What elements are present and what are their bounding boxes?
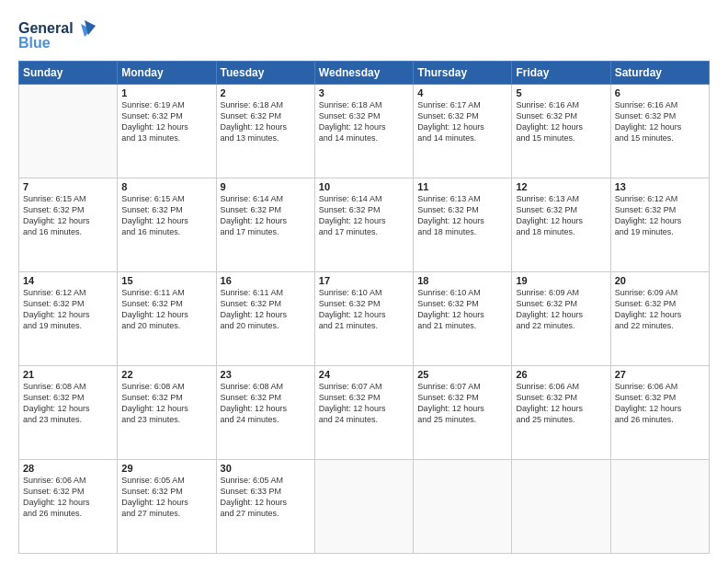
day-number: 7 [23,181,113,192]
day-number: 16 [221,275,311,286]
day-info: Sunrise: 6:05 AM Sunset: 6:32 PM Dayligh… [121,475,211,520]
day-number: 21 [23,369,113,380]
day-info: Sunrise: 6:14 AM Sunset: 6:32 PM Dayligh… [319,193,409,238]
day-number: 29 [121,463,211,474]
day-info: Sunrise: 6:10 AM Sunset: 6:32 PM Dayligh… [319,287,409,332]
day-number: 30 [221,463,311,474]
weekday-header: Thursday [414,62,512,85]
day-info: Sunrise: 6:05 AM Sunset: 6:33 PM Dayligh… [221,475,311,520]
day-info: Sunrise: 6:08 AM Sunset: 6:32 PM Dayligh… [221,381,311,426]
calendar-cell: 14Sunrise: 6:12 AM Sunset: 6:32 PM Dayli… [19,272,118,366]
day-number: 15 [121,275,211,286]
calendar-cell: 25Sunrise: 6:07 AM Sunset: 6:32 PM Dayli… [414,366,512,460]
calendar-cell: 6Sunrise: 6:16 AM Sunset: 6:32 PM Daylig… [610,85,709,178]
calendar-week-row: 1Sunrise: 6:19 AM Sunset: 6:32 PM Daylig… [19,85,710,178]
day-number: 6 [615,87,705,98]
day-number: 12 [516,181,606,192]
svg-text:Blue: Blue [18,35,51,51]
calendar-cell: 30Sunrise: 6:05 AM Sunset: 6:33 PM Dayli… [216,460,314,554]
day-number: 17 [319,275,409,286]
calendar-cell [19,85,118,178]
calendar-cell: 26Sunrise: 6:06 AM Sunset: 6:32 PM Dayli… [512,366,610,460]
day-number: 3 [319,87,409,98]
day-info: Sunrise: 6:07 AM Sunset: 6:32 PM Dayligh… [319,381,409,426]
day-number: 2 [221,87,311,98]
day-number: 9 [221,181,311,192]
day-number: 23 [221,369,311,380]
calendar-cell: 3Sunrise: 6:18 AM Sunset: 6:32 PM Daylig… [314,85,413,178]
svg-text:General: General [18,20,74,36]
calendar-cell [414,460,512,554]
logo: General Blue [18,17,101,52]
calendar-week-row: 21Sunrise: 6:08 AM Sunset: 6:32 PM Dayli… [19,366,710,460]
day-info: Sunrise: 6:06 AM Sunset: 6:32 PM Dayligh… [615,381,705,426]
calendar-cell: 27Sunrise: 6:06 AM Sunset: 6:32 PM Dayli… [610,366,709,460]
day-info: Sunrise: 6:11 AM Sunset: 6:32 PM Dayligh… [121,287,211,332]
calendar-cell: 23Sunrise: 6:08 AM Sunset: 6:32 PM Dayli… [216,366,314,460]
day-number: 28 [23,463,113,474]
day-number: 8 [121,181,211,192]
calendar-cell: 12Sunrise: 6:13 AM Sunset: 6:32 PM Dayli… [512,178,610,272]
day-info: Sunrise: 6:15 AM Sunset: 6:32 PM Dayligh… [23,193,113,238]
day-info: Sunrise: 6:12 AM Sunset: 6:32 PM Dayligh… [23,287,113,332]
calendar-cell: 5Sunrise: 6:16 AM Sunset: 6:32 PM Daylig… [512,85,610,178]
calendar-cell [610,460,709,554]
day-info: Sunrise: 6:18 AM Sunset: 6:32 PM Dayligh… [319,99,409,144]
calendar-cell: 11Sunrise: 6:13 AM Sunset: 6:32 PM Dayli… [414,178,512,272]
calendar-table: SundayMondayTuesdayWednesdayThursdayFrid… [18,61,710,554]
day-info: Sunrise: 6:06 AM Sunset: 6:32 PM Dayligh… [516,381,606,426]
day-info: Sunrise: 6:13 AM Sunset: 6:32 PM Dayligh… [516,193,606,238]
day-number: 22 [121,369,211,380]
day-info: Sunrise: 6:16 AM Sunset: 6:32 PM Dayligh… [516,99,606,144]
day-number: 5 [516,87,606,98]
day-info: Sunrise: 6:15 AM Sunset: 6:32 PM Dayligh… [121,193,211,238]
calendar-cell: 15Sunrise: 6:11 AM Sunset: 6:32 PM Dayli… [118,272,216,366]
day-number: 1 [121,87,211,98]
day-number: 24 [319,369,409,380]
calendar-cell: 17Sunrise: 6:10 AM Sunset: 6:32 PM Dayli… [314,272,413,366]
calendar-cell: 20Sunrise: 6:09 AM Sunset: 6:32 PM Dayli… [610,272,709,366]
day-number: 18 [417,275,507,286]
calendar-cell: 9Sunrise: 6:14 AM Sunset: 6:32 PM Daylig… [216,178,314,272]
day-number: 20 [615,275,705,286]
day-info: Sunrise: 6:06 AM Sunset: 6:32 PM Dayligh… [23,475,113,520]
calendar-cell: 1Sunrise: 6:19 AM Sunset: 6:32 PM Daylig… [118,85,216,178]
weekday-header: Friday [512,62,610,85]
logo-icon: General Blue [18,17,101,52]
calendar-cell: 28Sunrise: 6:06 AM Sunset: 6:32 PM Dayli… [19,460,118,554]
weekday-header: Wednesday [314,62,413,85]
calendar-cell [314,460,413,554]
calendar-cell: 19Sunrise: 6:09 AM Sunset: 6:32 PM Dayli… [512,272,610,366]
day-info: Sunrise: 6:14 AM Sunset: 6:32 PM Dayligh… [221,193,311,238]
day-info: Sunrise: 6:19 AM Sunset: 6:32 PM Dayligh… [121,99,211,144]
day-number: 26 [516,369,606,380]
calendar-cell: 8Sunrise: 6:15 AM Sunset: 6:32 PM Daylig… [118,178,216,272]
weekday-header: Sunday [19,62,118,85]
day-number: 4 [417,87,507,98]
day-info: Sunrise: 6:18 AM Sunset: 6:32 PM Dayligh… [221,99,311,144]
page: General Blue SundayMondayTuesdayWednesda… [0,0,728,563]
day-info: Sunrise: 6:08 AM Sunset: 6:32 PM Dayligh… [23,381,113,426]
calendar-cell: 2Sunrise: 6:18 AM Sunset: 6:32 PM Daylig… [216,85,314,178]
day-number: 19 [516,275,606,286]
day-info: Sunrise: 6:09 AM Sunset: 6:32 PM Dayligh… [615,287,705,332]
calendar-week-row: 28Sunrise: 6:06 AM Sunset: 6:32 PM Dayli… [19,460,710,554]
calendar-cell: 16Sunrise: 6:11 AM Sunset: 6:32 PM Dayli… [216,272,314,366]
day-info: Sunrise: 6:12 AM Sunset: 6:32 PM Dayligh… [615,193,705,238]
calendar-cell: 13Sunrise: 6:12 AM Sunset: 6:32 PM Dayli… [610,178,709,272]
calendar-cell: 21Sunrise: 6:08 AM Sunset: 6:32 PM Dayli… [19,366,118,460]
calendar-week-row: 14Sunrise: 6:12 AM Sunset: 6:32 PM Dayli… [19,272,710,366]
calendar-cell: 4Sunrise: 6:17 AM Sunset: 6:32 PM Daylig… [414,85,512,178]
day-number: 27 [615,369,705,380]
day-number: 25 [417,369,507,380]
weekday-header: Tuesday [216,62,314,85]
day-number: 14 [23,275,113,286]
calendar-cell: 7Sunrise: 6:15 AM Sunset: 6:32 PM Daylig… [19,178,118,272]
calendar-cell: 18Sunrise: 6:10 AM Sunset: 6:32 PM Dayli… [414,272,512,366]
day-info: Sunrise: 6:07 AM Sunset: 6:32 PM Dayligh… [417,381,507,426]
calendar-cell: 10Sunrise: 6:14 AM Sunset: 6:32 PM Dayli… [314,178,413,272]
calendar-cell [512,460,610,554]
weekday-header: Monday [118,62,216,85]
day-number: 10 [319,181,409,192]
day-info: Sunrise: 6:08 AM Sunset: 6:32 PM Dayligh… [121,381,211,426]
